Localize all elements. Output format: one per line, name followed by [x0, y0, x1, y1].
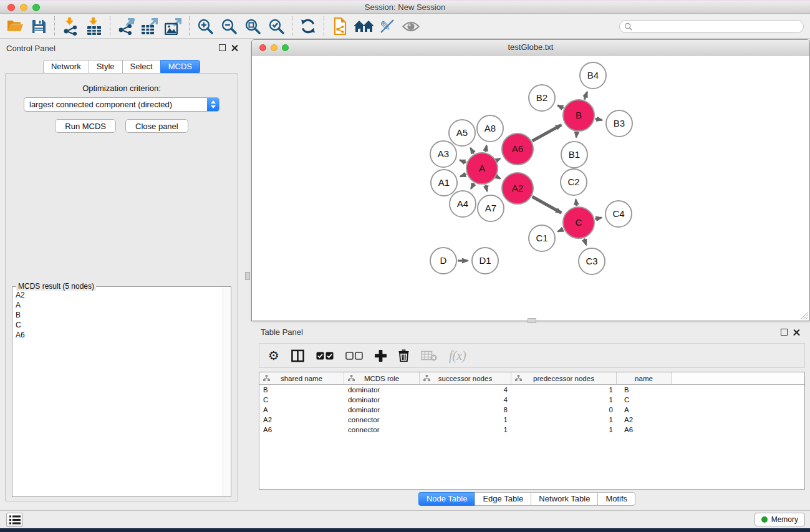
table-row[interactable]: A2connector11A2: [259, 415, 804, 425]
import-table-button[interactable]: [84, 16, 105, 36]
table-row[interactable]: A6connector11A6: [259, 425, 804, 435]
delete-table-button[interactable]: [421, 351, 437, 361]
close-panel-icon[interactable]: [231, 44, 238, 51]
tab-edge-table[interactable]: Edge Table: [475, 492, 531, 506]
table-cell[interactable]: A6: [259, 426, 344, 433]
table-cell[interactable]: C: [259, 396, 344, 404]
zoom-fit-button[interactable]: [242, 16, 263, 36]
search-input[interactable]: [635, 21, 803, 32]
table-cell[interactable]: A6: [617, 426, 672, 433]
column-header-mcds-role[interactable]: MCDS role: [344, 372, 420, 384]
edge-A-A6[interactable]: [497, 158, 500, 160]
table-cell[interactable]: 1: [420, 416, 511, 423]
network-canvas[interactable]: B4B2BB3A8A5A6A3B1AC2A1A2A4A7C4CC1DD1C3: [252, 56, 809, 321]
tab-network[interactable]: Network: [43, 60, 89, 74]
column-header-predecessor-nodes[interactable]: predecessor nodes: [511, 372, 617, 384]
node-C3[interactable]: C3: [579, 248, 605, 274]
edge-A-A3[interactable]: [460, 160, 466, 163]
edge-C-C4[interactable]: [595, 218, 601, 219]
home-button[interactable]: [353, 16, 374, 36]
close-panel-button[interactable]: Close panel: [125, 119, 188, 133]
edge-A-A5[interactable]: [471, 148, 474, 153]
table-cell[interactable]: 1: [420, 426, 511, 433]
tab-network-table[interactable]: Network Table: [531, 492, 597, 506]
tab-node-table[interactable]: Node Table: [418, 492, 475, 506]
table-cell[interactable]: A: [259, 406, 344, 414]
node-A6[interactable]: A6: [502, 133, 533, 165]
table-settings-button[interactable]: ⚙: [268, 349, 279, 362]
table-cell[interactable]: 0: [511, 406, 617, 414]
tab-motifs[interactable]: Motifs: [597, 492, 635, 506]
node-D1[interactable]: D1: [472, 248, 498, 274]
edge-B-B4[interactable]: [584, 92, 587, 99]
table-cell[interactable]: connector: [344, 426, 420, 433]
tab-style[interactable]: Style: [89, 60, 122, 74]
export-image-button[interactable]: [163, 16, 184, 36]
export-network-button[interactable]: [115, 16, 137, 36]
edge-C-C3[interactable]: [584, 239, 586, 245]
network-window-titlebar[interactable]: testGlobe.txt: [252, 40, 809, 56]
table-cell[interactable]: dominator: [344, 386, 420, 394]
table-cell[interactable]: 4: [420, 396, 511, 404]
close-panel-icon[interactable]: [793, 329, 800, 336]
table-cell[interactable]: dominator: [344, 396, 420, 404]
export-table-button[interactable]: [139, 16, 160, 36]
node-B3[interactable]: B3: [606, 110, 632, 137]
table-cell[interactable]: B: [617, 386, 672, 394]
float-panel-icon[interactable]: [781, 329, 788, 336]
node-C4[interactable]: C4: [605, 201, 632, 227]
zoom-in-button[interactable]: [195, 16, 216, 36]
table-row[interactable]: Cdominator41C: [259, 395, 804, 405]
open-file-button[interactable]: [4, 16, 26, 36]
table-cell[interactable]: dominator: [344, 406, 420, 414]
vertical-split-handle[interactable]: [245, 272, 250, 280]
node-D[interactable]: D: [430, 248, 456, 274]
node-B1[interactable]: B1: [561, 142, 587, 168]
table-row[interactable]: Bdominator41B: [259, 385, 804, 395]
column-header-successor-nodes[interactable]: successor nodes: [420, 372, 511, 384]
node-A[interactable]: A: [466, 153, 498, 184]
node-C2[interactable]: C2: [561, 169, 587, 195]
edge-A-A8[interactable]: [485, 145, 486, 152]
eye-button[interactable]: [400, 16, 422, 36]
edge-A2-C[interactable]: [533, 196, 562, 213]
resize-grip-icon[interactable]: [800, 311, 809, 320]
table-cell[interactable]: A: [617, 406, 672, 414]
edge-A-A7[interactable]: [486, 185, 487, 191]
table-cell[interactable]: 4: [420, 386, 511, 394]
column-header-shared-name[interactable]: shared name: [259, 372, 344, 384]
edge-C-C2[interactable]: [576, 200, 576, 206]
save-button[interactable]: [28, 16, 49, 36]
edge-B-B1[interactable]: [576, 132, 577, 137]
edge-C-C1[interactable]: [558, 230, 563, 232]
node-A1[interactable]: A1: [431, 170, 457, 196]
search-field[interactable]: [619, 20, 804, 33]
edge-A-A1[interactable]: [460, 175, 466, 177]
node-A8[interactable]: A8: [477, 115, 503, 142]
horizontal-split-handle[interactable]: [528, 318, 536, 323]
tab-mcds[interactable]: MCDS: [160, 60, 200, 74]
node-A7[interactable]: A7: [478, 195, 504, 221]
memory-button[interactable]: Memory: [755, 513, 805, 526]
column-header-name[interactable]: name: [617, 372, 672, 384]
node-A2[interactable]: A2: [502, 173, 533, 204]
column-visibility-button[interactable]: [291, 349, 304, 362]
clone-network-button[interactable]: [329, 16, 350, 36]
node-B[interactable]: B: [563, 100, 594, 131]
table-cell[interactable]: C: [617, 396, 672, 404]
table-cell[interactable]: 8: [420, 406, 511, 414]
task-history-button[interactable]: [6, 513, 23, 527]
table-row[interactable]: Adominator80A: [259, 405, 804, 415]
edge-B-B2[interactable]: [557, 105, 563, 108]
zoom-selected-button[interactable]: [266, 16, 287, 36]
table-cell[interactable]: 1: [511, 396, 617, 404]
edge-A-A2[interactable]: [497, 177, 501, 178]
mcds-result-list[interactable]: A2ABCA6: [13, 288, 222, 496]
select-all-button[interactable]: [316, 352, 334, 360]
table-cell[interactable]: connector: [344, 416, 420, 423]
refresh-button[interactable]: [297, 16, 319, 36]
edge-A-A4[interactable]: [471, 183, 474, 189]
node-A3[interactable]: A3: [430, 141, 456, 167]
edge-A6-B[interactable]: [533, 125, 561, 141]
hide-details-button[interactable]: ✎: [377, 16, 398, 36]
